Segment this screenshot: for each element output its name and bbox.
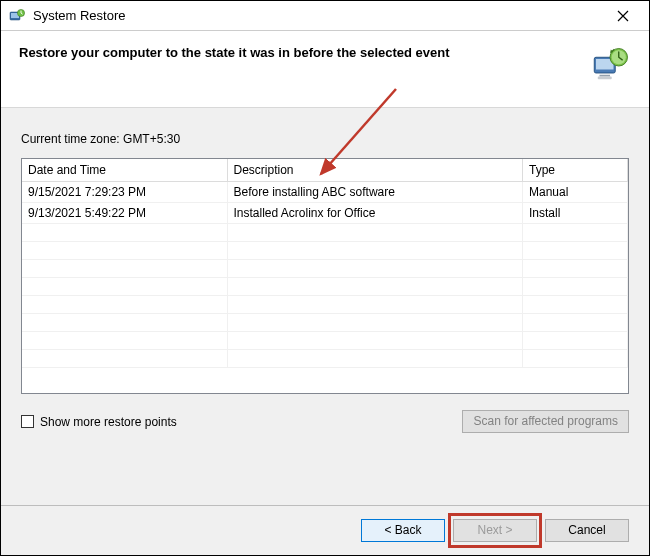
body-panel: Current time zone: GMT+5:30 Date and Tim…: [1, 107, 649, 505]
scan-affected-button[interactable]: Scan for affected programs: [462, 410, 629, 433]
system-restore-icon: [9, 8, 25, 24]
page-heading: Restore your computer to the state it wa…: [19, 45, 589, 60]
cell-desc: Before installing ABC software: [227, 182, 523, 203]
col-date-header[interactable]: Date and Time: [22, 159, 227, 182]
system-restore-window: System Restore Restore your computer to …: [0, 0, 650, 556]
show-more-label: Show more restore points: [40, 415, 177, 429]
window-title: System Restore: [29, 8, 605, 23]
checkbox-icon: [21, 415, 34, 428]
svg-rect-6: [598, 77, 612, 80]
header: Restore your computer to the state it wa…: [1, 31, 649, 107]
titlebar: System Restore: [1, 1, 649, 31]
cancel-button[interactable]: Cancel: [545, 519, 629, 542]
cell-type: Manual: [523, 182, 628, 203]
close-button[interactable]: [605, 2, 641, 30]
cell-type: Install: [523, 203, 628, 224]
button-bar: < Back Next > Cancel: [1, 505, 649, 555]
table-header-row: Date and Time Description Type: [22, 159, 628, 182]
col-desc-header[interactable]: Description: [227, 159, 523, 182]
cell-desc: Installed Acrolinx for Office: [227, 203, 523, 224]
next-button[interactable]: Next >: [453, 519, 537, 542]
show-more-checkbox[interactable]: Show more restore points: [21, 415, 177, 429]
cell-date: 9/13/2021 5:49:22 PM: [22, 203, 227, 224]
back-button[interactable]: < Back: [361, 519, 445, 542]
restore-hero-icon: [589, 45, 631, 87]
timezone-label: Current time zone: GMT+5:30: [21, 132, 629, 146]
restore-points-table[interactable]: Date and Time Description Type 9/15/2021…: [21, 158, 629, 394]
cell-date: 9/15/2021 7:29:23 PM: [22, 182, 227, 203]
col-type-header[interactable]: Type: [523, 159, 628, 182]
table-row[interactable]: 9/13/2021 5:49:22 PM Installed Acrolinx …: [22, 203, 628, 224]
table-row[interactable]: 9/15/2021 7:29:23 PM Before installing A…: [22, 182, 628, 203]
svg-rect-5: [600, 75, 611, 77]
